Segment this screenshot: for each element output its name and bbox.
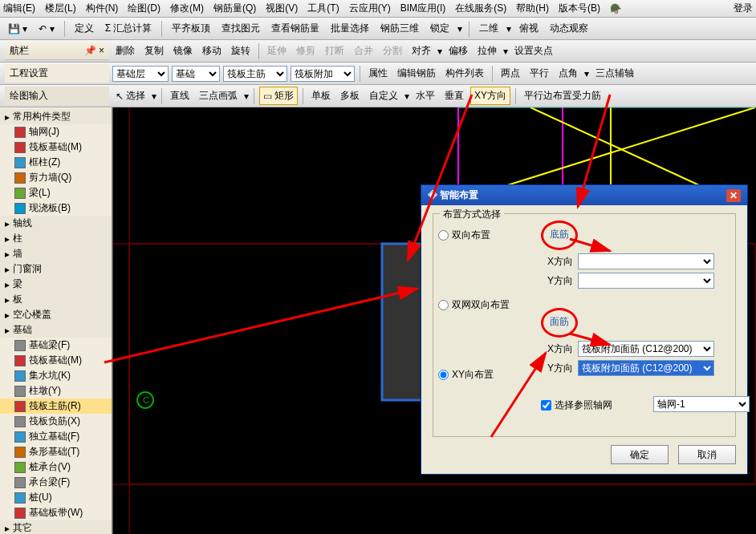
menu-help[interactable]: 帮助(H) — [516, 2, 549, 15]
ok-button[interactable]: 确定 — [611, 445, 669, 464]
parallel-button[interactable]: 平行 — [526, 65, 552, 82]
tree-group[interactable]: ▸轴线 — [0, 216, 112, 231]
save-icon[interactable]: 💾 ▾ — [5, 22, 30, 36]
three-aux-button[interactable]: 三点辅轴 — [592, 65, 637, 82]
menu-version[interactable]: 版本号(B) — [559, 2, 600, 15]
menu-online[interactable]: 在线服务(S) — [455, 2, 506, 15]
dyn-button[interactable]: 动态观察 — [547, 20, 591, 37]
tree-item[interactable]: 筏板基础(M) — [0, 140, 112, 155]
undo-icon[interactable]: ↶ ▾ — [35, 22, 57, 36]
tree-group[interactable]: ▸板 — [0, 292, 112, 307]
tree-item[interactable]: 筏板基础(M) — [0, 353, 112, 368]
3d-button[interactable]: 钢筋三维 — [377, 20, 422, 37]
cancel-button[interactable]: 取消 — [678, 445, 736, 464]
tree-group[interactable]: ▸门窗洞 — [0, 261, 112, 277]
close-icon[interactable]: ✕ — [726, 189, 741, 202]
menu-cloud[interactable]: 云应用(Y) — [349, 2, 391, 15]
tree-group[interactable]: ▸常用构件类型 — [0, 109, 112, 124]
xy-button[interactable]: XY方向 — [470, 87, 510, 105]
edit-rebar-button[interactable]: 编辑钢筋 — [394, 65, 439, 82]
bottom-x-select[interactable] — [578, 253, 714, 269]
custom-button[interactable]: 自定义 — [366, 87, 401, 104]
tree-item[interactable]: 筏板主筋(R) — [0, 398, 112, 414]
tree-item[interactable]: 柱墩(Y) — [0, 383, 112, 398]
offset-button[interactable]: 偏移 — [445, 42, 471, 59]
copy-button[interactable]: 复制 — [141, 42, 167, 59]
radio-two-way[interactable]: 双向布置 — [438, 229, 534, 242]
prop-button[interactable]: 属性 — [365, 65, 391, 82]
axis-select[interactable]: 轴网-1 — [653, 396, 750, 412]
2d-button[interactable]: 二维 — [476, 20, 502, 37]
rect-button[interactable]: ▭ 矩形 — [259, 87, 298, 105]
top-x-select[interactable]: 筏板附加面筋 (C12@200) — [578, 341, 714, 357]
top-y-select[interactable]: 筏板附加面筋 (C12@200) — [578, 360, 714, 376]
bottom-y-select[interactable] — [578, 273, 714, 289]
define-button[interactable]: 定义 — [71, 20, 97, 37]
menu-edit[interactable]: 编辑(E) — [3, 2, 35, 15]
extend-button[interactable]: 延伸 — [264, 42, 290, 59]
delete-button[interactable]: 删除 — [112, 42, 138, 59]
merge-button[interactable]: 合并 — [351, 42, 376, 59]
lock-button[interactable]: 锁定 — [427, 20, 453, 37]
cat-select[interactable]: 基础 — [172, 66, 220, 82]
mirror-button[interactable]: 镜像 — [170, 42, 196, 59]
find-button[interactable]: 查找图元 — [218, 20, 263, 37]
tree-item[interactable]: 独立基础(F) — [0, 429, 112, 444]
tree-group[interactable]: ▸梁 — [0, 277, 112, 292]
tree-item[interactable]: 承台梁(F) — [0, 475, 112, 490]
select-button[interactable]: ↖ 选择 — [112, 87, 148, 104]
tree-item[interactable]: 轴网(J) — [0, 124, 112, 140]
tree-item[interactable]: 现浇板(B) — [0, 200, 112, 216]
angle-button[interactable]: 点角 — [555, 65, 581, 82]
sub1-select[interactable]: 筏板主筋 — [223, 66, 287, 82]
two-pt-button[interactable]: 两点 — [498, 65, 523, 82]
line-button[interactable]: 直线 — [167, 87, 193, 104]
tree-item[interactable]: 条形基础(T) — [0, 444, 112, 459]
tree-item[interactable]: 梁(L) — [0, 185, 112, 200]
radio-double-net[interactable]: 双网双向布置 — [438, 298, 534, 312]
tree-item[interactable]: 剪力墙(Q) — [0, 170, 112, 185]
batch-button[interactable]: 批量选择 — [327, 20, 372, 37]
tree-group[interactable]: ▸基础 — [0, 322, 112, 338]
tree-group[interactable]: ▸柱 — [0, 231, 112, 246]
tree-item[interactable]: 桩承台(V) — [0, 459, 112, 475]
menu-tool[interactable]: 工具(T) — [307, 2, 339, 15]
menu-draw[interactable]: 绘图(D) — [128, 2, 161, 15]
tree-item[interactable]: 集水坑(K) — [0, 368, 112, 383]
align-button[interactable]: 对齐 — [408, 42, 434, 59]
horiz-button[interactable]: 水平 — [413, 87, 438, 104]
layer-select[interactable]: 基础层 — [112, 66, 169, 82]
grip-button[interactable]: 设置夹点 — [511, 42, 556, 59]
menu-view[interactable]: 视图(V) — [266, 2, 298, 15]
login-link[interactable]: 登录 — [734, 2, 753, 15]
vert-button[interactable]: 垂直 — [441, 87, 467, 104]
arc-button[interactable]: 三点画弧 — [196, 87, 241, 104]
tree-item[interactable]: 基础梁(F) — [0, 338, 112, 353]
nav-tab2[interactable]: 绘图输入 — [5, 87, 109, 105]
pan-button[interactable]: 俯视 — [516, 20, 542, 37]
tree-group[interactable]: ▸墙 — [0, 246, 112, 261]
pin-icon[interactable]: 📌 × — [84, 45, 104, 56]
dialog-titlebar[interactable]: ◈ 智能布置 ✕ — [421, 185, 747, 205]
radio-xy[interactable]: XY向布置 — [438, 368, 534, 382]
break-button[interactable]: 打断 — [322, 42, 348, 59]
menu-bim[interactable]: BIM应用(I) — [400, 2, 446, 15]
sum-button[interactable]: Σ 汇总计算 — [102, 20, 156, 37]
flat-button[interactable]: 平齐板顶 — [169, 20, 213, 37]
trim-button[interactable]: 修剪 — [293, 42, 319, 59]
tree-group[interactable]: ▸空心楼盖 — [0, 307, 112, 322]
tree-item[interactable]: 基础板带(W) — [0, 505, 112, 520]
menu-floor[interactable]: 楼层(L) — [45, 2, 76, 15]
move-button[interactable]: 移动 — [199, 42, 225, 59]
parallel-edge-button[interactable]: 平行边布置受力筋 — [521, 87, 604, 104]
view-rebar-button[interactable]: 查看钢筋量 — [268, 20, 323, 37]
tree-item[interactable]: 框柱(Z) — [0, 155, 112, 170]
rotate-button[interactable]: 旋转 — [228, 42, 254, 59]
split-button[interactable]: 分割 — [380, 42, 405, 59]
sub2-select[interactable]: 筏板附加 — [291, 66, 355, 82]
single-button[interactable]: 单板 — [308, 87, 334, 104]
menu-modify[interactable]: 修改(M) — [170, 2, 204, 15]
multi-button[interactable]: 多板 — [337, 87, 363, 104]
tree-item[interactable]: 桩(U) — [0, 490, 112, 505]
stretch-button[interactable]: 拉伸 — [474, 42, 500, 59]
